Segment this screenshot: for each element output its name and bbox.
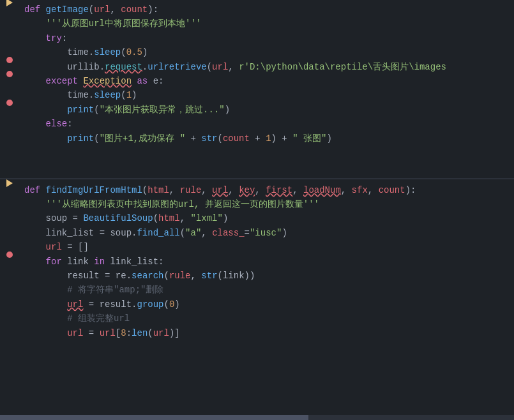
token: class_	[212, 228, 244, 238]
code-line: def getImage(url, count):	[0, 3, 514, 17]
code-line: url = []	[0, 240, 514, 254]
token	[24, 228, 46, 238]
token: =	[94, 228, 110, 238]
token	[24, 313, 67, 324]
token: +	[250, 133, 266, 144]
line-content: def findImgUrlFromHtml(html, rule, url, …	[19, 183, 514, 197]
token: in	[94, 257, 105, 267]
token: re	[116, 271, 126, 281]
token: time	[67, 90, 89, 100]
token: url	[94, 4, 110, 15]
token: )	[223, 213, 228, 223]
execution-arrow	[6, 179, 13, 187]
code-line: '''从原图url中将原图保存到本地'''	[0, 17, 514, 31]
token	[24, 47, 67, 57]
token: (	[207, 62, 212, 72]
token	[24, 285, 67, 295]
token: e:	[147, 76, 163, 86]
token: Exception	[83, 76, 132, 86]
token: '''从原图url中将原图保存到本地'''	[46, 19, 202, 29]
token: try	[46, 33, 62, 43]
token: count	[223, 133, 250, 144]
breakpoint-indicator[interactable]	[6, 71, 13, 77]
token	[24, 90, 67, 100]
code-separator	[0, 178, 514, 179]
token	[24, 133, 67, 144]
token: r'D:\python\data\reptile\舌头图片\images	[239, 62, 446, 72]
token: (	[147, 328, 153, 338]
line-content: time.sleep(1)	[19, 88, 514, 102]
token: =	[67, 213, 83, 223]
line-content: '''从缩略图列表页中找到原图的url, 并返回这一页的图片数量'''	[19, 197, 514, 211]
token: (	[164, 299, 169, 310]
token: " 张图"	[292, 133, 326, 144]
token: count	[121, 4, 147, 15]
line-content: url = result.group(0)	[19, 297, 514, 311]
line-content: else:	[19, 117, 514, 131]
token	[24, 299, 67, 310]
token	[24, 242, 46, 252]
token: urlretrieve	[147, 62, 206, 72]
token: link_list	[46, 228, 94, 238]
scrollbar-horizontal[interactable]	[0, 415, 514, 420]
code-line: '''从缩略图列表页中找到原图的url, 并返回这一页的图片数量'''	[0, 197, 514, 211]
token: def	[24, 185, 46, 195]
token: soup	[110, 228, 132, 238]
breakpoint-indicator[interactable]	[6, 57, 13, 63]
token: as	[137, 76, 147, 86]
token: html	[158, 213, 180, 223]
token: =	[100, 271, 116, 281]
token: link	[223, 271, 245, 281]
token: :	[126, 328, 132, 338]
token: count	[379, 185, 405, 195]
token: ,	[180, 213, 191, 223]
token: def	[24, 4, 46, 15]
token: "图片+1,成功保存 "	[100, 133, 185, 144]
code-line: else:	[0, 117, 514, 131]
line-content: print("本张图片获取异常，跳过...")	[19, 103, 514, 117]
code-line: try:	[0, 31, 514, 45]
token: "iusc"	[250, 228, 282, 238]
token: print	[67, 133, 94, 144]
token: =	[245, 228, 250, 238]
token: (	[180, 228, 185, 238]
line-content: urllib.request.urlretrieve(url, r'D:\pyt…	[19, 60, 514, 74]
token	[24, 62, 67, 72]
code-line	[0, 146, 514, 160]
scrollbar-thumb[interactable]	[0, 415, 308, 420]
token: 1	[126, 90, 132, 100]
token: ,	[341, 185, 352, 195]
token: "本张图片获取异常，跳过..."	[100, 105, 225, 115]
token: )	[132, 90, 137, 100]
token: key	[239, 185, 255, 195]
code-block: def getImage(url, count): '''从原图url中将原图保…	[0, 0, 514, 343]
token	[24, 328, 67, 338]
token: link_list:	[105, 257, 163, 267]
breakpoint-indicator[interactable]	[6, 251, 13, 258]
token: ,	[292, 185, 303, 195]
line-content: url = url[8:len(url)]	[19, 326, 514, 340]
token	[24, 199, 46, 209]
token: getImage	[46, 4, 89, 15]
token: (	[94, 105, 99, 115]
line-content: except Exception as e:	[19, 74, 514, 88]
code-line: time.sleep(1)	[0, 88, 514, 102]
token: :	[62, 33, 67, 43]
token: +	[185, 133, 201, 144]
line-content: '''从原图url中将原图保存到本地'''	[19, 17, 514, 31]
token	[24, 33, 46, 43]
line-content	[19, 146, 514, 160]
code-line: for link in link_list:	[0, 255, 514, 269]
token: url	[46, 242, 62, 252]
token: ):	[147, 4, 158, 15]
token: .	[142, 62, 147, 72]
token: ,	[201, 185, 212, 195]
code-line: # 组装完整url	[0, 311, 514, 326]
token: )	[142, 47, 147, 57]
token: urllib	[67, 62, 99, 72]
breakpoint-indicator[interactable]	[6, 100, 13, 106]
code-line: link_list = soup.find_all("a", class_="i…	[0, 226, 514, 240]
token: )	[174, 299, 179, 310]
token: ):	[405, 185, 416, 195]
token	[24, 257, 46, 267]
